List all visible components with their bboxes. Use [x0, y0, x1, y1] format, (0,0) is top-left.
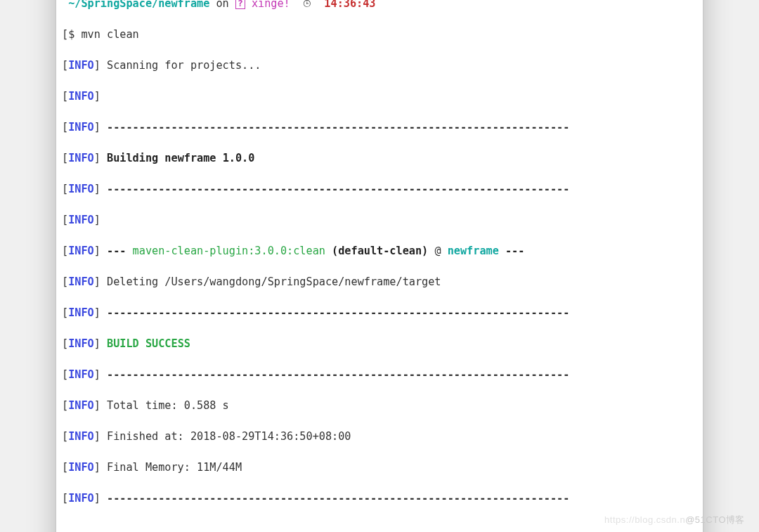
log-dashes: ----------------------------------------…	[100, 368, 570, 381]
bracket-r: ]	[94, 430, 100, 443]
log-line: [INFO]	[62, 212, 697, 228]
bracket-l: [	[62, 245, 68, 257]
bracket-r: ]	[94, 121, 100, 134]
bracket-l: [	[62, 368, 68, 381]
bracket-l: [	[62, 306, 68, 319]
bracket-l: [	[62, 461, 68, 474]
log-memory: Final Memory: 11M/44M	[100, 461, 242, 474]
bracket-l: [	[62, 492, 68, 505]
bracket-l: [	[62, 90, 68, 103]
bracket-r: ]	[94, 399, 100, 412]
log-level: INFO	[68, 90, 94, 103]
bracket-l: [	[62, 121, 68, 134]
log-level: INFO	[68, 368, 94, 381]
log-level: INFO	[68, 337, 94, 350]
bracket-l: [	[62, 399, 68, 412]
prompt-path: ~/SpringSpace/newframe	[68, 0, 209, 10]
bracket-l: [	[62, 28, 68, 41]
prompt-time: 14:36:43	[324, 0, 375, 10]
log-dashes: ----------------------------------------…	[100, 183, 570, 195]
bracket-r: ]	[94, 152, 100, 164]
plug-proj: newframe	[448, 245, 499, 257]
cmd-line-clean: [$ mvn clean	[62, 27, 697, 42]
cmd-clean: $ mvn clean	[68, 28, 139, 41]
log-level: INFO	[68, 121, 94, 134]
log-line: [INFO] Scanning for projects...	[62, 58, 697, 73]
log-level: INFO	[68, 399, 94, 412]
blank-line	[62, 521, 697, 532]
log-level: INFO	[68, 430, 94, 443]
log-deleting: Deleting /Users/wangdong/SpringSpace/new…	[100, 275, 441, 288]
log-line: [INFO] BUILD SUCCESS	[62, 336, 697, 351]
log-dashes: ----------------------------------------…	[100, 121, 570, 134]
watermark-faint: https://blog.csdn.n	[604, 514, 685, 525]
log-line: [INFO] ---------------------------------…	[62, 181, 697, 197]
log-line: [INFO] ---------------------------------…	[62, 367, 697, 382]
bracket-l: [	[62, 59, 68, 72]
log-level: INFO	[68, 59, 94, 72]
plug-post: ---	[499, 245, 525, 257]
bracket-r: ]	[94, 245, 100, 257]
log-line: [INFO] Final Memory: 11M/44M	[62, 460, 697, 475]
log-line: [INFO] ---------------------------------…	[62, 491, 697, 506]
plug-mid: (default-clean)	[325, 245, 428, 257]
question-icon: ?	[235, 0, 245, 9]
log-level: INFO	[68, 306, 94, 319]
watermark-main: @51CTO博客	[685, 514, 745, 525]
log-line: [INFO]	[62, 89, 697, 104]
log-level: INFO	[68, 152, 94, 164]
log-level: INFO	[68, 461, 94, 474]
bracket-r: ]	[94, 90, 100, 103]
log-line-plugin: [INFO] --- maven-clean-plugin:3.0.0:clea…	[62, 243, 697, 259]
log-level: INFO	[68, 183, 94, 195]
log-total: Total time: 0.588 s	[100, 399, 229, 412]
bracket-r: ]	[94, 183, 100, 195]
log-success: BUILD SUCCESS	[107, 337, 190, 350]
bracket-l: [	[62, 430, 68, 443]
log-building: Building newframe 1.0.0	[107, 152, 254, 164]
git-branch	[245, 0, 252, 10]
bracket-r: ]	[94, 214, 100, 226]
bracket-r: ]	[94, 306, 100, 319]
plug-name: maven-clean-plugin:3.0.0:clean	[133, 245, 325, 257]
bracket-l: [	[62, 214, 68, 226]
plug-at: @	[428, 245, 447, 257]
bracket-r: ]	[94, 337, 100, 350]
log-line: [INFO] ---------------------------------…	[62, 305, 697, 320]
bracket-l: [	[62, 183, 68, 195]
plug-pre: ---	[100, 245, 133, 257]
bracket-l: [	[62, 152, 68, 164]
terminal-body[interactable]: ~/SpringSpace/newframe on ? xinge! ⌚︎ 14…	[56, 0, 703, 532]
log-level: INFO	[68, 275, 94, 288]
log-level: INFO	[68, 492, 94, 505]
log-dashes: ----------------------------------------…	[100, 306, 570, 319]
log-line: [INFO] ---------------------------------…	[62, 119, 697, 135]
bracket-r: ]	[94, 275, 100, 288]
log-line: [INFO] Finished at: 2018-08-29T14:36:50+…	[62, 429, 697, 444]
terminal-window: newframe — wangdong@wdMac — ..pace/newfr…	[56, 0, 703, 532]
bracket-r: ]	[94, 368, 100, 381]
watch-icon: ⌚︎	[303, 0, 311, 10]
prompt-line: ~/SpringSpace/newframe on ? xinge! ⌚︎ 14…	[62, 0, 697, 11]
log-dashes: ----------------------------------------…	[100, 492, 570, 505]
log-line: [INFO] Total time: 0.588 s	[62, 398, 697, 413]
bracket-l: [	[62, 337, 68, 350]
log-line: [INFO] Deleting /Users/wangdong/SpringSp…	[62, 274, 697, 290]
prompt-on: on	[209, 0, 235, 10]
bracket-r: ]	[94, 59, 100, 72]
bracket-l: [	[62, 275, 68, 288]
log-line: [INFO] Building newframe 1.0.0	[62, 150, 697, 166]
watermark: https://blog.csdn.n@51CTO博客	[604, 514, 745, 526]
log-msg: Scanning for projects...	[100, 59, 261, 72]
bracket-r: ]	[94, 492, 100, 505]
log-level: INFO	[68, 245, 94, 257]
log-finished: Finished at: 2018-08-29T14:36:50+08:00	[100, 430, 351, 443]
git-branch-name: xinge!	[252, 0, 290, 10]
log-level: INFO	[68, 214, 94, 226]
bracket-r: ]	[94, 461, 100, 474]
